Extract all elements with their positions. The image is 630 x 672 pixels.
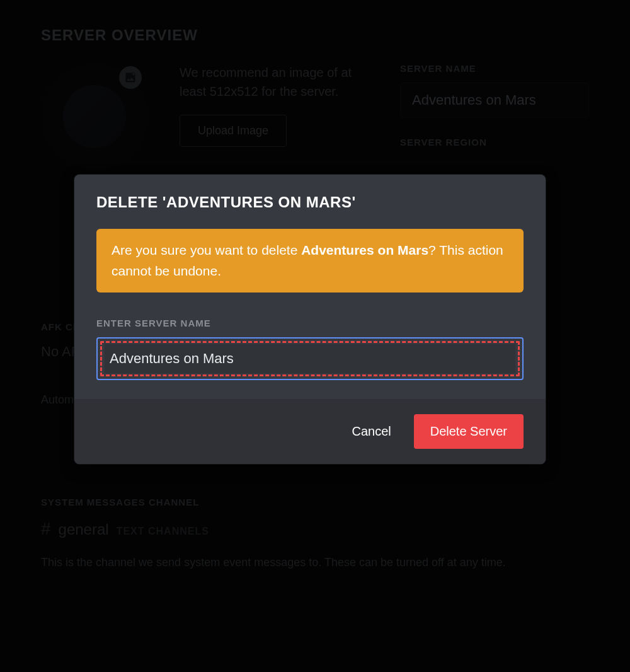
warning-prefix: Are you sure you want to delete [112, 243, 301, 257]
delete-server-modal: DELETE 'ADVENTURES ON MARS' Are you sure… [74, 175, 546, 464]
modal-footer: Cancel Delete Server [74, 399, 546, 464]
confirm-server-name-input[interactable] [105, 344, 515, 373]
confirm-input-highlight [96, 337, 524, 380]
delete-warning-box: Are you sure you want to delete Adventur… [96, 229, 524, 293]
modal-title: DELETE 'ADVENTURES ON MARS' [96, 194, 524, 211]
confirm-input-dashed-border [100, 341, 520, 376]
cancel-button[interactable]: Cancel [346, 417, 396, 446]
modal-body: DELETE 'ADVENTURES ON MARS' Are you sure… [74, 175, 546, 399]
warning-server-name: Adventures on Mars [301, 243, 428, 257]
enter-server-name-label: ENTER SERVER NAME [96, 318, 524, 328]
delete-server-button[interactable]: Delete Server [414, 414, 524, 449]
